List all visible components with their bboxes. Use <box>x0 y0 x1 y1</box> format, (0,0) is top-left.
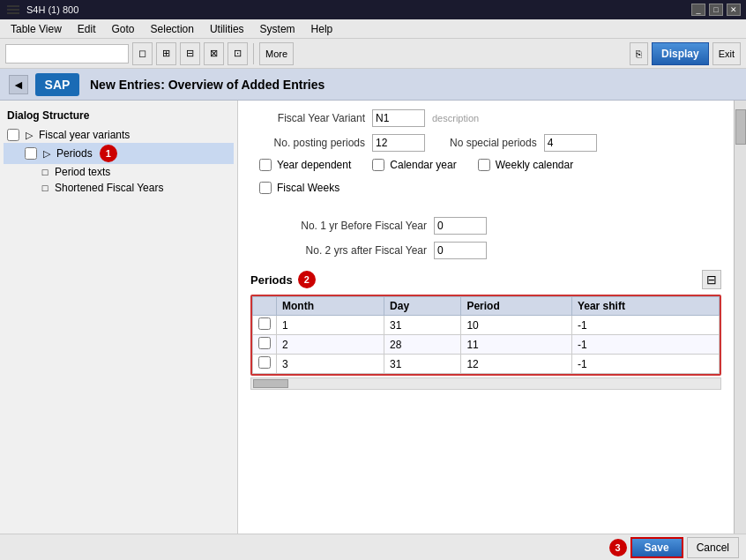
main-content: Dialog Structure ▷ Fiscal year variants … <box>0 101 746 534</box>
row-month: 3 <box>277 355 384 374</box>
menu-utilities[interactable]: Utilities <box>203 21 251 37</box>
row-year-shift: -1 <box>571 355 719 374</box>
row-year-shift: -1 <box>571 316 719 335</box>
fy-before-label: No. 1 yr Before Fiscal Year <box>250 220 427 232</box>
back-button[interactable]: ◄ <box>9 75 28 94</box>
fiscal-year-variant-label: Fiscal Year Variant <box>250 112 365 124</box>
titlebar-right: _ □ ✕ <box>691 4 741 16</box>
fy-after-row: No. 2 yrs after Fiscal Year <box>250 242 721 259</box>
sidebar-item-fiscal-year-variants[interactable]: ▷ Fiscal year variants <box>4 127 234 143</box>
calendar-year-row: Calendar year <box>372 159 456 171</box>
col-period[interactable]: Period <box>461 297 572 316</box>
cancel-button[interactable]: Cancel <box>687 537 739 558</box>
col-year-shift[interactable]: Year shift <box>571 297 719 316</box>
titlebar: S4H (1) 800 _ □ ✕ <box>0 0 746 19</box>
posting-periods-label: No. posting periods <box>250 137 365 149</box>
period-texts-label: Period texts <box>55 166 110 178</box>
periods-header: Periods 2 ⊟ <box>250 270 721 289</box>
menu-help[interactable]: Help <box>304 21 340 37</box>
menu-edit[interactable]: Edit <box>71 21 103 37</box>
hamburger-menu[interactable] <box>5 4 21 16</box>
row-period: 10 <box>461 316 572 335</box>
fiscal-year-variants-checkbox[interactable] <box>7 129 19 141</box>
table-row: 2 28 11 -1 <box>253 335 720 355</box>
horizontal-scrollbar[interactable] <box>250 377 721 390</box>
sidebar-item-periods[interactable]: ▷ Periods 1 <box>4 143 234 164</box>
sidebar-item-shortened-fiscal-years[interactable]: □ Shortened Fiscal Years <box>4 180 234 196</box>
periods-label: Periods <box>56 147 93 160</box>
toolbar-btn-4[interactable]: ⊠ <box>204 42 224 65</box>
copy-icon-btn[interactable]: ⎘ <box>630 42 648 65</box>
periods-checkbox[interactable] <box>25 147 37 160</box>
row-period: 11 <box>461 335 572 355</box>
display-button[interactable]: Display <box>652 42 709 65</box>
fiscal-weeks-label: Fiscal Weeks <box>277 182 339 194</box>
sap-logo: SAP <box>35 73 79 96</box>
periods-table-wrapper: Month Day Period Year shift 1 31 10 -1 2… <box>250 295 721 376</box>
toolbar-btn-1[interactable]: ◻ <box>132 42 153 65</box>
toolbar-btn-3[interactable]: ⊟ <box>180 42 200 65</box>
row-checkbox[interactable] <box>258 356 271 369</box>
menu-tableview[interactable]: Table View <box>4 21 69 37</box>
table-row: 3 31 12 -1 <box>253 355 720 374</box>
expand-icon-0: ▷ <box>23 129 35 141</box>
posting-periods-input[interactable] <box>372 134 425 152</box>
more-button[interactable]: More <box>259 42 294 65</box>
calendar-year-label: Calendar year <box>390 159 456 171</box>
row-checkbox-cell <box>253 335 277 355</box>
weekly-calendar-checkbox[interactable] <box>478 159 490 171</box>
close-button[interactable]: ✕ <box>727 4 741 16</box>
special-periods-input[interactable] <box>544 134 597 152</box>
sidebar-title: Dialog Structure <box>4 108 234 123</box>
maximize-button[interactable]: □ <box>709 4 723 16</box>
periods-badge: 1 <box>100 145 117 162</box>
menu-system[interactable]: System <box>253 21 302 37</box>
menu-goto[interactable]: Goto <box>105 21 142 37</box>
col-month[interactable]: Month <box>277 297 384 316</box>
app-title: New Entries: Overview of Added Entries <box>90 78 325 92</box>
col-day[interactable]: Day <box>384 297 461 316</box>
fiscal-year-variant-input[interactable] <box>372 109 425 127</box>
fy-before-input[interactable] <box>434 217 487 235</box>
toolbar-btn-2[interactable]: ⊞ <box>156 42 176 65</box>
save-button[interactable]: Save <box>630 537 683 558</box>
vertical-scrollbar[interactable] <box>734 101 746 534</box>
v-scroll-thumb[interactable] <box>735 109 746 145</box>
periods-icon-btn[interactable]: ⊟ <box>702 270 721 289</box>
row-month: 1 <box>277 316 384 335</box>
right-panel: Fiscal Year Variant description No. post… <box>238 101 734 534</box>
fiscal-year-variants-label: Fiscal year variants <box>39 129 130 141</box>
special-periods-label: No special periods <box>450 137 537 149</box>
periods-table: Month Day Period Year shift 1 31 10 -1 2… <box>252 296 720 374</box>
table-row: 1 31 10 -1 <box>253 316 720 335</box>
exit-button[interactable]: Exit <box>712 42 741 65</box>
shortened-fiscal-years-label: Shortened Fiscal Years <box>55 182 163 194</box>
menu-selection[interactable]: Selection <box>144 21 201 37</box>
period-texts-icon: □ <box>39 166 51 178</box>
row-day: 28 <box>384 335 461 355</box>
row-checkbox-cell <box>253 355 277 374</box>
weekly-calendar-row: Weekly calendar <box>478 159 574 171</box>
posting-periods-row: No. posting periods No special periods <box>250 134 721 152</box>
fiscal-year-variant-row: Fiscal Year Variant description <box>250 109 721 127</box>
search-input[interactable] <box>5 44 129 63</box>
toolbar-btn-5[interactable]: ⊡ <box>228 42 248 65</box>
fy-after-input[interactable] <box>434 242 487 259</box>
sidebar: Dialog Structure ▷ Fiscal year variants … <box>0 101 238 534</box>
h-scroll-thumb[interactable] <box>253 379 288 388</box>
titlebar-title: S4H (1) 800 <box>26 4 78 15</box>
menubar: Table View Edit Goto Selection Utilities… <box>0 19 746 39</box>
minimize-button[interactable]: _ <box>691 4 705 16</box>
toolbar: ◻ ⊞ ⊟ ⊠ ⊡ More ⎘ Display Exit <box>0 39 746 69</box>
year-dependent-label: Year dependent <box>277 159 351 171</box>
fiscal-weeks-checkbox[interactable] <box>259 182 272 194</box>
fiscal-weeks-row: Fiscal Weeks <box>250 182 721 194</box>
col-check <box>253 297 277 316</box>
row-checkbox[interactable] <box>258 337 271 349</box>
year-dependent-checkbox[interactable] <box>259 159 272 171</box>
row-month: 2 <box>277 335 384 355</box>
calendar-year-checkbox[interactable] <box>372 159 384 171</box>
row-day: 31 <box>384 355 461 374</box>
sidebar-item-period-texts[interactable]: □ Period texts <box>4 164 234 180</box>
row-checkbox[interactable] <box>258 317 271 330</box>
